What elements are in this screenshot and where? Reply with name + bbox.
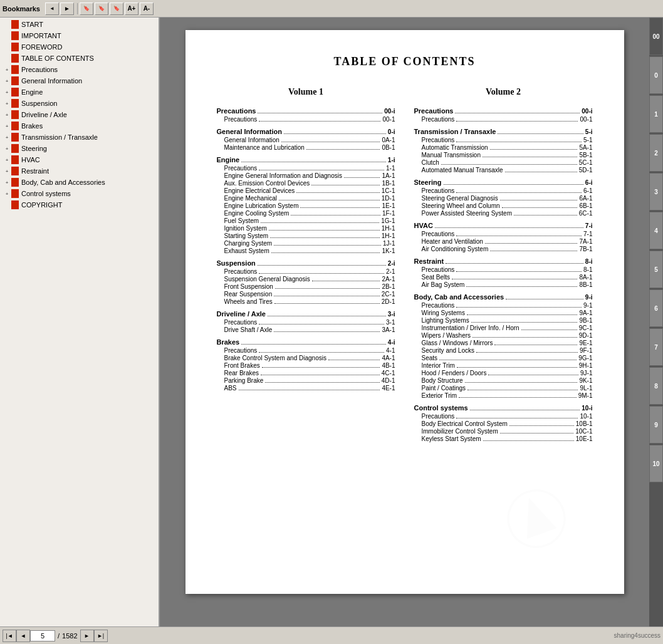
right-tab-7[interactable]: 7 bbox=[649, 328, 663, 366]
next-page-button[interactable]: ► bbox=[80, 630, 94, 642]
toc-entry[interactable]: Engine Lubrication System1E-1 bbox=[224, 202, 395, 209]
right-tab-6[interactable]: 6 bbox=[649, 289, 663, 327]
collapse-panel-button[interactable]: ◄ bbox=[45, 3, 59, 15]
toc-entry[interactable]: Precautions4-1 bbox=[224, 347, 395, 354]
right-tab-10[interactable]: 10 bbox=[649, 445, 663, 482]
toc-section-title[interactable]: General Information0-i bbox=[217, 128, 395, 135]
toc-entry[interactable]: Precautions5-1 bbox=[422, 137, 593, 143]
toc-entry[interactable]: Instrumentation / Driver Info. / Horn9C-… bbox=[422, 325, 593, 331]
toc-entry[interactable]: Fuel System1G-1 bbox=[224, 217, 395, 224]
toc-entry[interactable]: Aux. Emission Control Devices1B-1 bbox=[224, 180, 395, 187]
toc-entry[interactable]: Precautions2-1 bbox=[224, 268, 395, 275]
toc-entry[interactable]: Seats9G-1 bbox=[422, 355, 593, 361]
toc-entry[interactable]: Air Conditioning System7B-1 bbox=[422, 246, 593, 252]
sidebar-item-toc[interactable]: TABLE OF CONTENTS bbox=[0, 53, 159, 64]
toc-section-title[interactable]: Transmission / Transaxle5-i bbox=[414, 128, 593, 135]
toc-entry[interactable]: Wheels and Tires2D-1 bbox=[224, 298, 395, 305]
toc-section-title[interactable]: Body, Cab and Accessories9-i bbox=[414, 293, 593, 301]
right-tab-5[interactable]: 5 bbox=[649, 251, 663, 288]
right-tab-00[interactable]: 00 bbox=[649, 18, 663, 55]
toc-section-title[interactable]: Driveline / Axle3-i bbox=[217, 310, 395, 318]
toc-entry[interactable]: Wiring Systems9A-1 bbox=[422, 309, 593, 316]
sidebar-item-transmission[interactable]: +Transmission / Transaxle bbox=[0, 132, 159, 143]
toc-entry[interactable]: Precautions3-1 bbox=[224, 319, 395, 326]
toc-entry[interactable]: Parking Brake4D-1 bbox=[224, 377, 395, 384]
toc-entry[interactable]: Power Assisted Steering System6C-1 bbox=[422, 210, 593, 217]
page-number-input[interactable] bbox=[30, 630, 55, 641]
right-tab-4[interactable]: 4 bbox=[649, 212, 663, 249]
toc-entry[interactable]: Steering Wheel and Column6B-1 bbox=[422, 202, 593, 209]
sidebar-item-control-systems[interactable]: +Control systems bbox=[0, 188, 159, 199]
sidebar-item-restraint[interactable]: +Restraint bbox=[0, 165, 159, 177]
toc-entry[interactable]: General Information0A-1 bbox=[224, 137, 395, 143]
toc-entry[interactable]: Precautions00-1 bbox=[422, 116, 593, 123]
right-tab-3[interactable]: 3 bbox=[649, 173, 663, 210]
right-tab-8[interactable]: 8 bbox=[649, 367, 663, 405]
toc-entry[interactable]: Paint / Coatings9L-1 bbox=[422, 385, 593, 392]
toc-entry[interactable]: Immobilizer Control System10C-1 bbox=[422, 428, 593, 435]
toc-entry[interactable]: Precautions10-1 bbox=[422, 413, 593, 420]
toc-entry[interactable]: Precautions1-1 bbox=[224, 165, 395, 172]
sidebar-item-copyright[interactable]: COPYRIGHT bbox=[0, 199, 159, 210]
right-tab-9[interactable]: 9 bbox=[649, 406, 663, 444]
toc-section-title[interactable]: Brakes4-i bbox=[217, 338, 395, 346]
toc-entry[interactable]: Automated Manual Transaxle5D-1 bbox=[422, 167, 593, 174]
toc-entry[interactable]: Wipers / Washers9D-1 bbox=[422, 332, 593, 339]
toc-entry[interactable]: Ignition System1H-1 bbox=[224, 225, 395, 232]
toc-entry[interactable]: Precautions7-1 bbox=[422, 231, 593, 237]
toc-entry[interactable]: Rear Suspension2C-1 bbox=[224, 291, 395, 298]
toc-entry[interactable]: Precautions8-1 bbox=[422, 266, 593, 273]
right-tab-0[interactable]: 0 bbox=[649, 56, 663, 94]
toc-entry[interactable]: Engine Cooling System1F-1 bbox=[224, 210, 395, 217]
toc-entry[interactable]: Charging System1J-1 bbox=[224, 240, 395, 247]
sidebar-item-start[interactable]: START bbox=[0, 19, 159, 30]
toc-entry[interactable]: Security and Locks9F-1 bbox=[422, 347, 593, 354]
toc-section-title[interactable]: Steering6-i bbox=[414, 179, 593, 186]
sidebar-item-brakes[interactable]: +Brakes bbox=[0, 120, 159, 132]
toc-entry[interactable]: Clutch5C-1 bbox=[422, 159, 593, 166]
toc-section-title[interactable]: Control systems10-i bbox=[414, 404, 593, 412]
toc-entry[interactable]: Manual Transmission5B-1 bbox=[422, 152, 593, 158]
right-tab-1[interactable]: 1 bbox=[649, 95, 663, 133]
toc-entry[interactable]: Starting System1H-1 bbox=[224, 232, 395, 239]
toc-section-title[interactable]: Precautions00-i bbox=[414, 107, 593, 115]
toc-entry[interactable]: Glass / Windows / Mirrors9E-1 bbox=[422, 340, 593, 346]
toc-entry[interactable]: Drive Shaft / Axle3A-1 bbox=[224, 326, 395, 333]
sidebar-item-general-info[interactable]: +General Information bbox=[0, 75, 159, 86]
toc-entry[interactable]: Exhaust System1K-1 bbox=[224, 247, 395, 254]
toc-entry[interactable]: Engine Electrical Devices1C-1 bbox=[224, 187, 395, 194]
toc-entry[interactable]: Engine General Information and Diagnosis… bbox=[224, 172, 395, 179]
toc-section-title[interactable]: Precautions00-i bbox=[217, 107, 395, 115]
bookmark-button-1[interactable]: 🔖 bbox=[80, 3, 93, 15]
toc-entry[interactable]: Air Bag System8B-1 bbox=[422, 281, 593, 288]
toc-entry[interactable]: Precautions9-1 bbox=[422, 302, 593, 309]
sidebar-item-body-cab[interactable]: +Body, Cab and Accessories bbox=[0, 177, 159, 188]
toc-entry[interactable]: Maintenance and Lubrication0B-1 bbox=[224, 144, 395, 151]
toc-section-title[interactable]: HVAC7-i bbox=[414, 222, 593, 229]
sidebar-item-precautions[interactable]: +Precautions bbox=[0, 64, 159, 75]
sidebar-item-driveline[interactable]: +Driveline / Axle bbox=[0, 109, 159, 120]
toc-section-title[interactable]: Engine1-i bbox=[217, 156, 395, 164]
sidebar-item-engine[interactable]: +Engine bbox=[0, 86, 159, 98]
toc-section-title[interactable]: Restraint8-i bbox=[414, 257, 593, 265]
toc-entry[interactable]: Body Structure9K-1 bbox=[422, 377, 593, 384]
toc-entry[interactable]: Seat Belts8A-1 bbox=[422, 274, 593, 281]
prev-page-button[interactable]: ◄ bbox=[16, 630, 30, 642]
toc-entry[interactable]: Suspension General Diagnosis2A-1 bbox=[224, 276, 395, 283]
font-larger-button[interactable]: A+ bbox=[125, 3, 138, 15]
toc-entry[interactable]: Precautions6-1 bbox=[422, 187, 593, 194]
sidebar-item-important[interactable]: IMPORTANT bbox=[0, 30, 159, 41]
first-page-button[interactable]: |◄ bbox=[3, 630, 16, 642]
last-page-button[interactable]: ►| bbox=[94, 630, 108, 642]
toc-entry[interactable]: Front Suspension2B-1 bbox=[224, 283, 395, 290]
toc-entry[interactable]: Brake Control System and Diagnosis4A-1 bbox=[224, 355, 395, 361]
font-smaller-button[interactable]: A- bbox=[140, 3, 154, 15]
sidebar-item-foreword[interactable]: FOREWORD bbox=[0, 41, 159, 53]
toc-entry[interactable]: Precautions00-1 bbox=[224, 116, 395, 123]
bookmark-button-2[interactable]: 🔖 bbox=[95, 3, 108, 15]
toc-entry[interactable]: Automatic Transmission5A-1 bbox=[422, 144, 593, 151]
toc-section-title[interactable]: Suspension2-i bbox=[217, 259, 395, 267]
sidebar-item-suspension[interactable]: +Suspension bbox=[0, 98, 159, 109]
toc-entry[interactable]: Heater and Ventilation7A-1 bbox=[422, 238, 593, 245]
toc-entry[interactable]: Keyless Start System10E-1 bbox=[422, 435, 593, 442]
